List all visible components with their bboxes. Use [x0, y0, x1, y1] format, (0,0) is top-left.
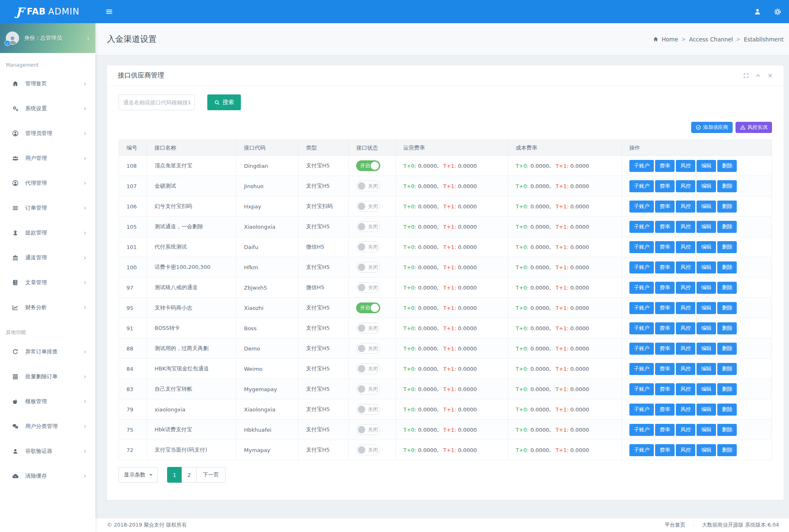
- sidebar-item-system-settings[interactable]: 系统设置 ›: [0, 96, 95, 121]
- subaccount-button[interactable]: 子账户: [629, 322, 654, 334]
- sidebar-item-clear-cache[interactable]: ∞ 清除缓存 ›: [0, 464, 95, 488]
- breadcrumb-home[interactable]: Home: [662, 36, 678, 43]
- subaccount-button[interactable]: 子账户: [629, 282, 654, 294]
- edit-button[interactable]: 编辑: [697, 363, 716, 375]
- edit-button[interactable]: 编辑: [697, 201, 716, 213]
- sidebar-item-admin-management[interactable]: 管理员管理 ›: [0, 121, 95, 146]
- subaccount-button[interactable]: 子账户: [629, 343, 654, 355]
- subaccount-button[interactable]: 子账户: [629, 424, 654, 436]
- risk-button[interactable]: 风控: [676, 180, 695, 192]
- status-toggle[interactable]: 关闭: [356, 404, 380, 415]
- sidebar-item-user-management[interactable]: 用户管理 ›: [0, 146, 95, 171]
- status-toggle[interactable]: 关闭: [356, 384, 380, 394]
- risk-button[interactable]: 风控: [676, 241, 695, 253]
- rate-button[interactable]: 费率: [655, 404, 675, 416]
- status-toggle[interactable]: 关闭: [356, 323, 380, 334]
- delete-button[interactable]: 删除: [717, 160, 737, 172]
- rate-button[interactable]: 费率: [655, 322, 675, 334]
- expand-icon[interactable]: [743, 73, 749, 78]
- risk-button[interactable]: 风控: [676, 221, 695, 233]
- subaccount-button[interactable]: 子账户: [629, 221, 654, 233]
- delete-button[interactable]: 删除: [717, 261, 737, 273]
- rate-button[interactable]: 费率: [655, 261, 675, 273]
- breadcrumb-access-channel[interactable]: Access Channel: [689, 36, 733, 43]
- edit-button[interactable]: 编辑: [697, 424, 716, 436]
- user-panel[interactable]: ✓ 身份：总管理员 ›: [0, 23, 95, 53]
- delete-button[interactable]: 删除: [717, 221, 737, 233]
- status-toggle[interactable]: 关闭: [356, 282, 380, 293]
- edit-button[interactable]: 编辑: [697, 261, 716, 273]
- page-size-dropdown[interactable]: 显示条数: [119, 467, 158, 483]
- subaccount-button[interactable]: 子账户: [629, 404, 654, 416]
- risk-button[interactable]: 风控: [676, 261, 695, 273]
- rate-button[interactable]: 费率: [655, 201, 675, 213]
- status-toggle[interactable]: 关闭: [356, 262, 380, 273]
- rate-button[interactable]: 费率: [655, 241, 675, 253]
- rate-button[interactable]: 费率: [655, 424, 675, 436]
- delete-button[interactable]: 删除: [717, 282, 737, 294]
- risk-button[interactable]: 风控: [676, 322, 695, 334]
- status-toggle[interactable]: 关闭: [356, 201, 380, 212]
- add-supplier-button[interactable]: 添加供应商: [691, 122, 733, 133]
- sidebar-item-withdraw-management[interactable]: 提款管理 ›: [0, 220, 95, 245]
- edit-button[interactable]: 编辑: [697, 444, 716, 456]
- search-button[interactable]: 搜索: [207, 94, 241, 110]
- edit-button[interactable]: 编辑: [697, 322, 716, 334]
- risk-live-button[interactable]: 风控实况: [736, 122, 772, 133]
- risk-button[interactable]: 风控: [676, 201, 695, 213]
- risk-button[interactable]: 风控: [676, 282, 695, 294]
- risk-button[interactable]: 风控: [676, 404, 695, 416]
- risk-button[interactable]: 风控: [676, 302, 695, 314]
- rate-button[interactable]: 费率: [655, 444, 675, 456]
- edit-button[interactable]: 编辑: [697, 221, 716, 233]
- sidebar-toggle-icon[interactable]: ≡: [105, 7, 113, 16]
- delete-button[interactable]: 删除: [717, 241, 737, 253]
- delete-button[interactable]: 删除: [717, 201, 737, 213]
- subaccount-button[interactable]: 子账户: [629, 261, 654, 273]
- risk-button[interactable]: 风控: [676, 444, 695, 456]
- sidebar-item-batch-delete-orders[interactable]: 批量删除订单 ›: [0, 364, 95, 389]
- edit-button[interactable]: 编辑: [697, 343, 716, 355]
- subaccount-button[interactable]: 子账户: [629, 444, 654, 456]
- status-toggle[interactable]: 关闭: [356, 445, 380, 455]
- edit-button[interactable]: 编辑: [697, 404, 716, 416]
- subaccount-button[interactable]: 子账户: [629, 201, 654, 213]
- subaccount-button[interactable]: 子账户: [629, 363, 654, 375]
- edit-button[interactable]: 编辑: [697, 180, 716, 192]
- risk-button[interactable]: 风控: [676, 343, 695, 355]
- rate-button[interactable]: 费率: [655, 180, 675, 192]
- risk-button[interactable]: 风控: [676, 160, 695, 172]
- delete-button[interactable]: 删除: [717, 343, 737, 355]
- sidebar-item-article-management[interactable]: 文章管理 ›: [0, 270, 95, 295]
- search-input[interactable]: [119, 94, 195, 110]
- status-toggle[interactable]: 开启: [356, 160, 380, 171]
- delete-button[interactable]: 删除: [717, 444, 737, 456]
- subaccount-button[interactable]: 子账户: [629, 302, 654, 314]
- page-1-button[interactable]: 1: [167, 467, 182, 483]
- edit-button[interactable]: 编辑: [697, 383, 716, 395]
- status-toggle[interactable]: 开启: [356, 302, 380, 313]
- status-toggle[interactable]: 关闭: [356, 221, 380, 232]
- rate-button[interactable]: 费率: [655, 282, 675, 294]
- rate-button[interactable]: 费率: [655, 363, 675, 375]
- risk-button[interactable]: 风控: [676, 363, 695, 375]
- delete-button[interactable]: 删除: [717, 363, 737, 375]
- rate-button[interactable]: 费率: [655, 343, 675, 355]
- sidebar-item-google-authenticator[interactable]: 谷歌验证器 ›: [0, 439, 95, 464]
- status-toggle[interactable]: 关闭: [356, 363, 380, 374]
- edit-button[interactable]: 编辑: [697, 302, 716, 314]
- delete-button[interactable]: 删除: [717, 180, 737, 192]
- rate-button[interactable]: 费率: [655, 221, 675, 233]
- subaccount-button[interactable]: 子账户: [629, 180, 654, 192]
- status-toggle[interactable]: 关闭: [356, 424, 380, 435]
- subaccount-button[interactable]: 子账户: [629, 160, 654, 172]
- close-icon[interactable]: [767, 73, 773, 78]
- page-2-button[interactable]: 2: [182, 467, 197, 483]
- edit-button[interactable]: 编辑: [697, 160, 716, 172]
- delete-button[interactable]: 删除: [717, 383, 737, 395]
- status-toggle[interactable]: 关闭: [356, 242, 380, 252]
- rate-button[interactable]: 费率: [655, 302, 675, 314]
- sidebar-item-agent-management[interactable]: 代理管理 ›: [0, 171, 95, 196]
- platform-home-link[interactable]: 平台首页: [665, 522, 685, 529]
- sidebar-item-order-management[interactable]: 订单管理 ›: [0, 196, 95, 220]
